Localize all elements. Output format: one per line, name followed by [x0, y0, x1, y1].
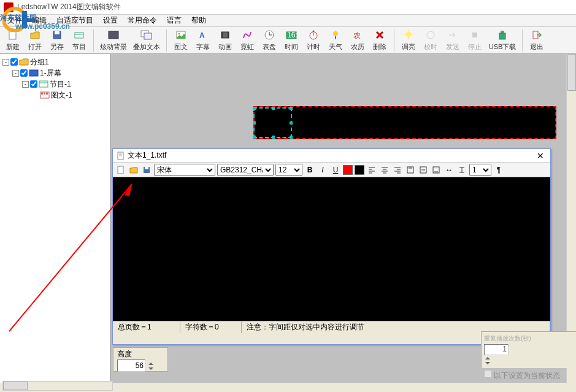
tree-group-label: 分组1 — [30, 57, 49, 67]
textwin-close-button[interactable]: ✕ — [534, 151, 547, 161]
tree-group[interactable]: - 分组1 — [2, 56, 107, 67]
tree-panel: - 分组1 - 1-屏幕 - 节目-1 图文-1 — [0, 54, 110, 383]
screen-icon — [29, 69, 39, 77]
play-count-input[interactable]: 1 — [484, 344, 509, 355]
height-input[interactable]: 56 — [117, 359, 145, 372]
menu-help[interactable]: 帮助 — [186, 14, 211, 27]
textwin-open-button[interactable] — [128, 164, 139, 175]
expand-icon[interactable]: - — [12, 70, 19, 77]
height-stepper[interactable] — [147, 360, 155, 372]
valign-middle-button[interactable] — [418, 164, 429, 175]
right-panel: 重复播放次数(秒) 1 以下设置为当前状态 — [481, 331, 576, 368]
watermark-logo — [2, 4, 37, 32]
tree-screen[interactable]: - 1-屏幕 — [2, 67, 107, 79]
forecolor-swatch[interactable] — [343, 165, 353, 175]
tree-hscroll[interactable] — [2, 381, 113, 391]
led-region[interactable] — [253, 106, 556, 139]
svg-rect-42 — [39, 81, 48, 87]
textwin-toolbar: 宋体 GB2312_CHAR 12 B I U ↔ 1 ¶ — [113, 163, 550, 177]
default-state-check — [484, 370, 492, 378]
textwin-save-button[interactable] — [141, 164, 152, 175]
toolbar-imgtext[interactable]: 图文 — [171, 29, 191, 52]
svg-text:16:18: 16:18 — [287, 31, 298, 39]
toolbar-overlay[interactable]: 叠加文本 — [131, 29, 163, 52]
svg-rect-45 — [41, 93, 43, 94]
toolbar-open[interactable]: 打开 — [25, 29, 45, 52]
bold-button[interactable]: B — [304, 164, 315, 175]
toolbar-program[interactable]: 节目 — [69, 29, 90, 52]
menu-adaptive[interactable]: 自适应节目 — [52, 14, 98, 27]
align-right-button[interactable] — [392, 164, 403, 175]
toolbar-lunar[interactable]: 农农历 — [347, 29, 368, 52]
window-titlebar: LedshowTW 2014图文编辑软件 — [0, 0, 576, 15]
tree-screen-check[interactable] — [20, 69, 28, 77]
tree-imgtext-label: 图文-1 — [51, 90, 72, 101]
expand-icon[interactable]: - — [22, 81, 29, 88]
tree-imgtext[interactable]: 图文-1 — [2, 90, 107, 101]
svg-rect-39 — [499, 33, 505, 39]
svg-point-25 — [333, 31, 338, 36]
menu-settings[interactable]: 设置 — [98, 14, 123, 27]
toolbar-usb[interactable]: USB下载 — [486, 29, 518, 52]
text-editor-window: 文本1_1.txtf ✕ 宋体 GB2312_CHAR 12 B I U ↔ 1… — [112, 148, 551, 345]
toolbar-time[interactable]: 16:18时间 — [281, 29, 302, 52]
menu-language[interactable]: 语言 — [162, 14, 186, 27]
svg-rect-6 — [75, 33, 83, 38]
svg-point-31 — [406, 32, 411, 37]
linespacing-button[interactable] — [456, 164, 467, 175]
svg-rect-37 — [472, 33, 477, 37]
backcolor-swatch[interactable] — [355, 165, 364, 175]
svg-rect-48 — [118, 152, 123, 159]
svg-rect-41 — [29, 70, 38, 76]
toolbar-timer[interactable]: 计时 — [303, 29, 324, 52]
toolbar-subtitle[interactable]: A字幕 — [193, 29, 213, 52]
toolbar-new[interactable]: 新建 — [2, 29, 23, 52]
toolbar-weather[interactable]: 天气 — [325, 29, 346, 52]
textwin-title: 文本1_1.txtf — [128, 150, 166, 161]
toolbar-bg[interactable]: 炫动背景 — [98, 29, 129, 52]
fontsize-select[interactable]: 12 — [275, 164, 302, 176]
tree-program-check[interactable] — [30, 80, 37, 88]
charspacing-button[interactable]: ↔ — [444, 164, 455, 175]
svg-rect-1 — [22, 11, 27, 28]
play-count-stepper[interactable] — [484, 355, 574, 366]
toolbar-stop: 停止 — [464, 29, 485, 52]
toolbar-dial[interactable]: 表盘 — [259, 29, 280, 52]
tree-group-check[interactable] — [10, 58, 18, 66]
svg-rect-2 — [27, 18, 34, 22]
play-hint: 重复播放次数(秒) — [484, 334, 574, 343]
toolbar-save[interactable]: 另存 — [47, 29, 67, 52]
textwin-new-button[interactable] — [115, 164, 126, 175]
toolbar-bright[interactable]: 调亮 — [398, 29, 419, 52]
textwin-titlebar[interactable]: 文本1_1.txtf ✕ — [113, 149, 550, 163]
svg-point-24 — [313, 31, 315, 33]
tree-program[interactable]: - 节目-1 — [2, 79, 107, 90]
toolbar-neon[interactable]: 霓虹 — [237, 29, 258, 52]
expand-icon[interactable]: - — [2, 59, 9, 66]
menu-common[interactable]: 常用命令 — [123, 14, 162, 27]
toolbar-correct: 校时 — [420, 29, 441, 52]
imgtext-icon — [40, 91, 50, 99]
main-toolbar: 新建 打开 另存 节目 炫动背景 叠加文本 图文 A字幕 动画 霓虹 表盘 16… — [0, 27, 576, 54]
textfile-icon — [117, 152, 125, 160]
svg-rect-53 — [145, 167, 148, 169]
selection-box[interactable] — [253, 107, 292, 138]
toolbar-delete[interactable]: 删除 — [369, 29, 390, 52]
charset-select[interactable]: GB2312_CHAR — [217, 164, 274, 176]
pilcrow-button[interactable]: ¶ — [493, 164, 504, 175]
valign-top-button[interactable] — [405, 164, 416, 175]
tree-screen-label: 1-屏幕 — [40, 68, 61, 79]
spacing-select[interactable]: 1 — [469, 164, 491, 176]
text-editor-area[interactable] — [113, 177, 550, 321]
align-center-button[interactable] — [379, 164, 390, 175]
underline-button[interactable]: U — [330, 164, 341, 175]
toolbar-exit[interactable]: 退出 — [526, 29, 547, 52]
menubar: 文件 编辑 自适应节目 设置 常用命令 语言 帮助 — [0, 15, 576, 27]
svg-rect-38 — [501, 31, 504, 33]
toolbar-anim[interactable]: 动画 — [215, 29, 236, 52]
italic-button[interactable]: I — [317, 164, 328, 175]
align-left-button[interactable] — [366, 164, 377, 175]
valign-bottom-button[interactable] — [431, 164, 442, 175]
svg-rect-10 — [144, 33, 152, 39]
font-select[interactable]: 宋体 — [154, 164, 215, 176]
